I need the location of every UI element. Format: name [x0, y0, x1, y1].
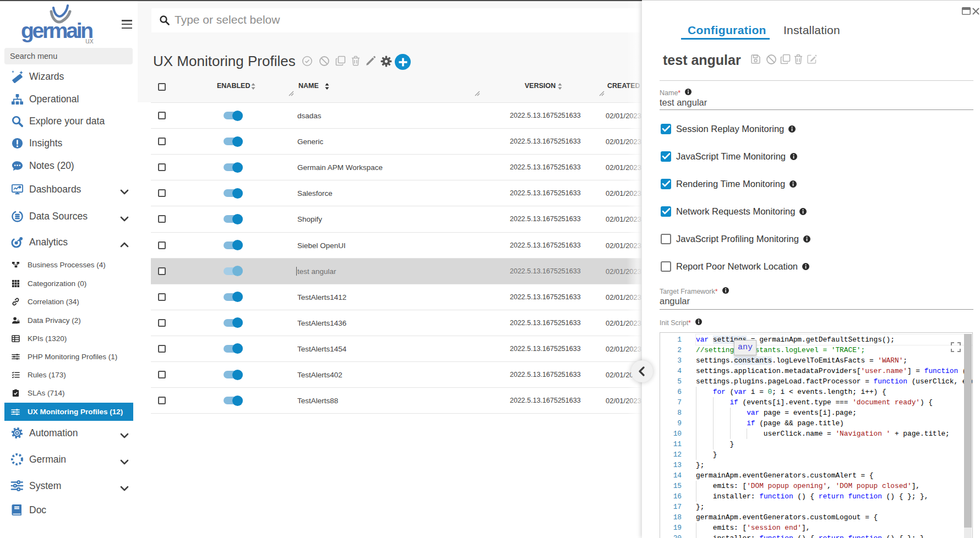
svg-text:germain: germain: [21, 19, 94, 42]
svg-text:ux: ux: [85, 36, 94, 45]
